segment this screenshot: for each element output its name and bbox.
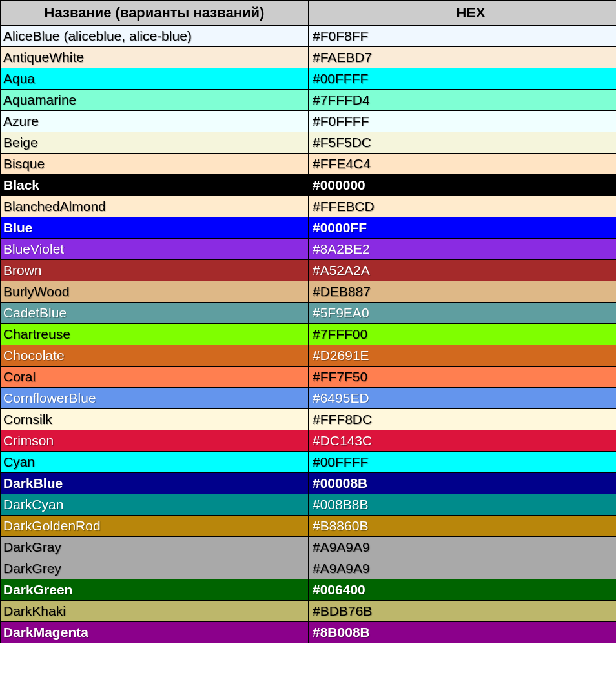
table-row: BlanchedAlmond#FFEBCD [1,196,617,217]
color-name-cell: BlanchedAlmond [1,196,309,217]
table-row: DarkBlue#00008B [1,473,617,494]
table-row: Black#000000 [1,175,617,196]
color-name-cell: Brown [1,260,309,281]
color-table: Название (варианты названий) HEX AliceBl… [0,0,616,643]
table-row: Brown#A52A2A [1,260,617,281]
color-name-cell: Bisque [1,154,309,175]
color-hex-cell: #DC143C [309,430,617,452]
color-hex-cell: #0000FF [309,217,617,239]
header-row: Название (варианты названий) HEX [1,1,617,26]
color-name-cell: Chocolate [1,345,309,367]
color-name-cell: Crimson [1,430,309,452]
color-hex-cell: #008B8B [309,494,617,516]
color-hex-cell: #8A2BE2 [309,239,617,260]
color-hex-cell: #B8860B [309,516,617,537]
header-hex: HEX [309,1,617,26]
color-name-cell: AliceBlue (aliceblue, alice-blue) [1,26,309,47]
color-name-cell: Blue [1,217,309,239]
table-row: DarkGrey#A9A9A9 [1,558,617,579]
color-name-cell: CornflowerBlue [1,388,309,409]
table-row: Coral#FF7F50 [1,367,617,388]
table-row: Azure#F0FFFF [1,111,617,132]
color-hex-cell: #BDB76B [309,601,617,622]
header-name: Название (варианты названий) [1,1,309,26]
table-row: Chartreuse#7FFF00 [1,324,617,345]
color-hex-cell: #A9A9A9 [309,558,617,579]
color-name-cell: Black [1,175,309,196]
color-hex-cell: #FAEBD7 [309,47,617,68]
color-hex-cell: #FF7F50 [309,367,617,388]
color-name-cell: DarkGrey [1,558,309,579]
table-row: CornflowerBlue#6495ED [1,388,617,409]
table-row: DarkGray#A9A9A9 [1,537,617,558]
color-hex-cell: #FFF8DC [309,409,617,430]
color-hex-cell: #F0F8FF [309,26,617,47]
color-name-cell: Coral [1,367,309,388]
table-row: Crimson#DC143C [1,430,617,452]
color-name-cell: DarkGoldenRod [1,516,309,537]
color-name-cell: Azure [1,111,309,132]
table-row: DarkGreen#006400 [1,579,617,601]
table-row: Chocolate#D2691E [1,345,617,367]
table-row: DarkGoldenRod#B8860B [1,516,617,537]
table-row: Cyan#00FFFF [1,452,617,473]
color-name-cell: CadetBlue [1,303,309,324]
color-hex-cell: #00FFFF [309,68,617,90]
table-row: AntiqueWhite#FAEBD7 [1,47,617,68]
color-hex-cell: #00FFFF [309,452,617,473]
table-row: Aquamarine#7FFFD4 [1,90,617,111]
table-row: DarkCyan#008B8B [1,494,617,516]
table-row: Aqua#00FFFF [1,68,617,90]
color-name-cell: DarkKhaki [1,601,309,622]
color-name-cell: DarkGray [1,537,309,558]
color-hex-cell: #006400 [309,579,617,601]
color-name-cell: BlueViolet [1,239,309,260]
color-name-cell: Aqua [1,68,309,90]
table-row: BlueViolet#8A2BE2 [1,239,617,260]
color-name-cell: DarkGreen [1,579,309,601]
color-name-cell: AntiqueWhite [1,47,309,68]
color-hex-cell: #FFEBCD [309,196,617,217]
color-hex-cell: #A9A9A9 [309,537,617,558]
color-hex-cell: #F5F5DC [309,132,617,154]
color-hex-cell: #8B008B [309,622,617,643]
table-row: BurlyWood#DEB887 [1,281,617,303]
color-name-cell: DarkBlue [1,473,309,494]
color-hex-cell: #000000 [309,175,617,196]
color-hex-cell: #DEB887 [309,281,617,303]
color-hex-cell: #D2691E [309,345,617,367]
color-hex-cell: #00008B [309,473,617,494]
table-row: Blue#0000FF [1,217,617,239]
table-row: Beige#F5F5DC [1,132,617,154]
color-name-cell: Beige [1,132,309,154]
color-hex-cell: #A52A2A [309,260,617,281]
color-hex-cell: #6495ED [309,388,617,409]
color-hex-cell: #5F9EA0 [309,303,617,324]
color-name-cell: DarkMagenta [1,622,309,643]
table-row: DarkMagenta#8B008B [1,622,617,643]
color-name-cell: Aquamarine [1,90,309,111]
color-hex-cell: #7FFF00 [309,324,617,345]
color-name-cell: DarkCyan [1,494,309,516]
table-row: AliceBlue (aliceblue, alice-blue)#F0F8FF [1,26,617,47]
table-row: DarkKhaki#BDB76B [1,601,617,622]
color-hex-cell: #F0FFFF [309,111,617,132]
table-row: CadetBlue#5F9EA0 [1,303,617,324]
color-name-cell: BurlyWood [1,281,309,303]
color-name-cell: Cornsilk [1,409,309,430]
table-row: Bisque#FFE4C4 [1,154,617,175]
color-hex-cell: #7FFFD4 [309,90,617,111]
color-name-cell: Chartreuse [1,324,309,345]
color-hex-cell: #FFE4C4 [309,154,617,175]
color-name-cell: Cyan [1,452,309,473]
table-row: Cornsilk#FFF8DC [1,409,617,430]
